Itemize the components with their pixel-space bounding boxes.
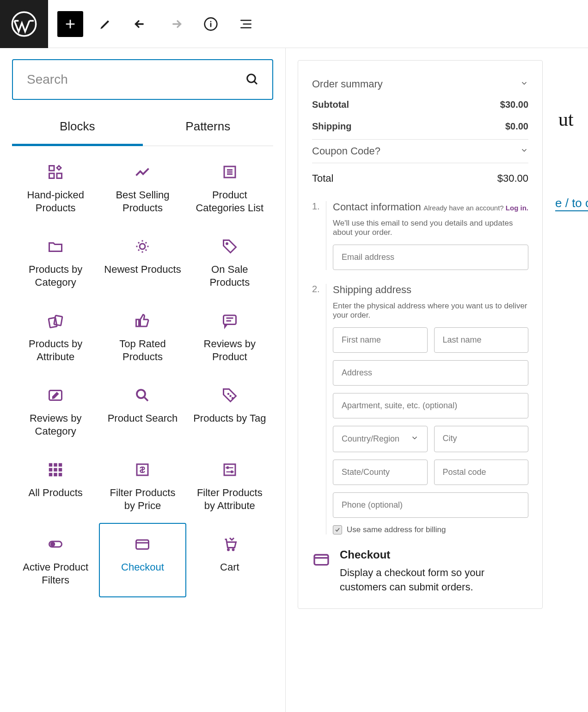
svg-point-7: [140, 244, 145, 249]
svg-point-8: [226, 243, 228, 245]
address-field[interactable]: Address: [333, 360, 528, 386]
block-label: Checkout: [121, 561, 164, 574]
block-item-search[interactable]: Product Search: [99, 374, 186, 448]
tab-blocks[interactable]: Blocks: [12, 109, 143, 146]
search-icon: [245, 73, 259, 86]
tag-dots-icon: [221, 387, 238, 404]
block-item-burst[interactable]: Newest Products: [99, 225, 186, 300]
price-icon: [134, 461, 151, 478]
block-item-grid9[interactable]: All Products: [12, 448, 99, 523]
info-button[interactable]: [198, 11, 224, 37]
cart-icon: [221, 536, 238, 552]
undo-icon: [133, 17, 148, 31]
block-item-thumb[interactable]: Top Rated Products: [99, 300, 186, 374]
write-icon: [47, 387, 64, 404]
block-item-list-box[interactable]: Product Categories List: [186, 151, 273, 225]
block-item-folder[interactable]: Products by Category: [12, 225, 99, 300]
step1-title: Contact information: [333, 201, 421, 213]
block-item-tag[interactable]: On Sale Products: [186, 225, 273, 300]
block-grid: Hand-picked ProductsBest Selling Product…: [12, 151, 273, 597]
state-field[interactable]: State/County: [333, 460, 428, 485]
block-item-sliders[interactable]: Filter Products by Attribute: [186, 448, 273, 523]
billing-checkbox-row[interactable]: Use same address for billing: [333, 525, 528, 534]
email-field[interactable]: Email address: [333, 245, 528, 270]
redo-button[interactable]: [163, 11, 189, 37]
thumb-icon: [134, 313, 151, 329]
background-link-fragment: e / to c: [555, 196, 588, 211]
login-prompt: Already have an account? Log in.: [423, 204, 528, 212]
svg-point-14: [227, 393, 229, 395]
login-link[interactable]: Log in.: [506, 204, 528, 212]
svg-point-33: [227, 549, 230, 551]
block-desc-text: Display a checkout form so your customer…: [340, 566, 528, 595]
block-label: Reviews by Category: [17, 412, 94, 437]
svg-rect-24: [54, 473, 57, 476]
svg-point-28: [227, 466, 229, 469]
apartment-field[interactable]: Apartment, suite, etc. (optional): [333, 393, 528, 418]
edit-button[interactable]: [92, 11, 118, 37]
outline-button[interactable]: [233, 11, 259, 37]
burst-icon: [134, 238, 151, 255]
coupon-toggle[interactable]: Coupon Code?: [312, 141, 528, 161]
svg-rect-9: [49, 318, 57, 328]
block-item-trend[interactable]: Best Selling Products: [99, 151, 186, 225]
block-item-write[interactable]: Reviews by Category: [12, 374, 99, 448]
undo-button[interactable]: [128, 11, 153, 37]
block-item-tag-dots[interactable]: Products by Tag: [186, 374, 273, 448]
first-name-field[interactable]: First name: [333, 327, 428, 353]
block-label: Hand-picked Products: [17, 189, 94, 214]
block-item-cards[interactable]: Products by Attribute: [12, 300, 99, 374]
svg-rect-19: [59, 464, 62, 466]
step-shipping: 2. Shipping address Enter the physical a…: [312, 284, 528, 534]
tag-icon: [221, 238, 238, 255]
order-summary-header[interactable]: Order summary: [312, 74, 528, 94]
step2-desc: Enter the physical address where you wan…: [333, 301, 528, 320]
svg-rect-3: [49, 166, 55, 171]
search-input[interactable]: [12, 59, 273, 100]
postal-field[interactable]: Postal code: [434, 460, 529, 485]
block-label: All Products: [28, 486, 82, 499]
wordpress-logo[interactable]: [0, 0, 48, 48]
svg-rect-11: [223, 315, 236, 325]
order-summary-label: Order summary: [312, 78, 383, 90]
block-item-grid-plus[interactable]: Hand-picked Products: [12, 151, 99, 225]
city-field[interactable]: City: [434, 426, 529, 452]
block-label: On Sale Products: [191, 263, 269, 288]
block-label: Best Selling Products: [104, 189, 181, 214]
block-item-price[interactable]: Filter Products by Price: [99, 448, 186, 523]
block-item-card[interactable]: Checkout: [99, 523, 186, 597]
block-inserter-panel: Blocks Patterns Hand-picked ProductsBest…: [0, 48, 286, 712]
svg-rect-21: [54, 468, 57, 471]
background-title-fragment: ut: [558, 108, 574, 130]
country-select[interactable]: Country/Region: [333, 426, 428, 452]
svg-rect-10: [54, 315, 62, 325]
add-block-button[interactable]: [57, 11, 83, 37]
svg-rect-25: [59, 473, 62, 476]
step1-desc: We'll use this email to send you details…: [333, 219, 528, 237]
search-icon: [134, 387, 151, 404]
block-item-toggle[interactable]: Active Product Filters: [12, 523, 99, 597]
svg-rect-23: [49, 473, 52, 476]
block-label: Cart: [220, 561, 239, 574]
card-icon: [134, 536, 151, 552]
summary-total-row: Total $30.00: [312, 165, 528, 187]
checkbox-icon: [333, 525, 342, 534]
block-label: Newest Products: [104, 263, 181, 276]
plus-icon: [63, 17, 78, 31]
block-label: Reviews by Product: [191, 338, 269, 363]
step2-title: Shipping address: [333, 284, 528, 296]
svg-rect-18: [54, 464, 57, 466]
svg-rect-5: [57, 173, 62, 178]
info-icon: [203, 17, 218, 31]
tab-patterns[interactable]: Patterns: [143, 109, 274, 146]
svg-rect-35: [314, 555, 328, 565]
svg-rect-22: [59, 468, 62, 471]
cards-icon: [47, 313, 64, 329]
comment-icon: [221, 313, 238, 329]
block-item-comment[interactable]: Reviews by Product: [186, 300, 273, 374]
last-name-field[interactable]: Last name: [434, 327, 529, 353]
block-preview-panel: ut e / to c Order summary Subtotal $30.0…: [286, 48, 588, 712]
block-item-cart[interactable]: Cart: [186, 523, 273, 597]
folder-icon: [47, 238, 64, 255]
phone-field[interactable]: Phone (optional): [333, 492, 528, 518]
